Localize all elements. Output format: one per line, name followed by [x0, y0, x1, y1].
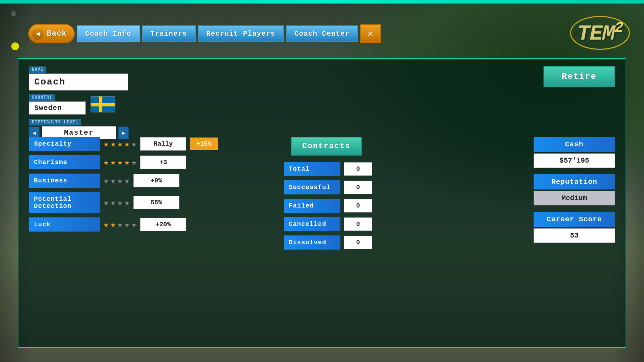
- stat-row-potential-detection: Potential Detection ★ ★ ★ ★ 55%: [29, 192, 284, 213]
- cash-label: Cash: [534, 137, 615, 152]
- potential-detection-value: 55%: [133, 196, 179, 209]
- contract-row-cancelled: Cancelled 0: [284, 217, 418, 231]
- star-3: ★: [117, 138, 123, 150]
- charisma-value: +3: [140, 156, 186, 169]
- career-score-label: Career Score: [534, 212, 615, 227]
- business-label: Business: [29, 174, 100, 188]
- tab-coach-info[interactable]: Coach Info: [77, 25, 140, 42]
- star-4: ★: [124, 197, 130, 208]
- star-5: ★: [131, 157, 137, 168]
- failed-value: 0: [344, 199, 372, 212]
- star-3: ★: [117, 157, 123, 168]
- star-5: ★: [131, 138, 137, 150]
- successful-value: 0: [344, 181, 372, 194]
- star-4: ★: [124, 175, 130, 186]
- cancelled-label: Cancelled: [284, 217, 340, 231]
- logo: TEM2: [577, 19, 623, 46]
- potential-detection-stars: ★ ★ ★ ★: [103, 197, 130, 208]
- difficulty-section: DIFFICULTY LEVEL ◀ Master ▶: [29, 119, 163, 139]
- stats-section: Specialty ★ ★ ★ ★ ★ Rally +15% Charisma …: [29, 137, 284, 236]
- main-panel: Retire NAME Coach COUNTRY Sweden DIFFICU…: [18, 58, 626, 348]
- specialty-label: Specialty: [29, 137, 100, 151]
- star-1: ★: [103, 138, 109, 150]
- star-1: ★: [103, 175, 109, 186]
- star-4: ★: [124, 157, 130, 168]
- settings-icon[interactable]: ⚙: [6, 6, 21, 21]
- country-row: COUNTRY Sweden: [29, 94, 163, 115]
- contract-row-total: Total 0: [284, 162, 418, 176]
- contract-row-dissolved: Dissolved 0: [284, 235, 418, 250]
- cash-value: $57'195: [534, 153, 615, 168]
- top-bar: [0, 0, 644, 4]
- specialty-value: Rally: [140, 137, 186, 151]
- charisma-label: Charisma: [29, 155, 100, 169]
- tab-recruit-players[interactable]: Recruit Players: [198, 25, 284, 42]
- luck-value: +20%: [140, 218, 186, 231]
- logo-ellipse: [570, 16, 630, 50]
- specialty-bonus: +15%: [190, 138, 218, 150]
- total-value: 0: [344, 162, 372, 176]
- right-panel: Cash $57'195 Reputation Medium Career Sc…: [534, 137, 615, 243]
- total-label: Total: [284, 162, 340, 176]
- failed-label: Failed: [284, 199, 340, 213]
- star-1: ★: [103, 197, 109, 208]
- back-button[interactable]: ◀ Back: [28, 24, 75, 43]
- country-label: COUNTRY: [29, 94, 55, 101]
- star-2: ★: [110, 157, 116, 168]
- star-2: ★: [110, 175, 116, 186]
- retire-button[interactable]: Retire: [544, 66, 615, 87]
- career-score-value: 53: [534, 228, 615, 243]
- star-5: ★: [131, 219, 137, 230]
- dissolved-label: Dissolved: [284, 235, 340, 250]
- contract-row-successful: Successful 0: [284, 180, 418, 194]
- star-1: ★: [103, 219, 109, 230]
- stat-row-charisma: Charisma ★ ★ ★ ★ ★ +3: [29, 155, 284, 169]
- charisma-stars: ★ ★ ★ ★ ★: [103, 157, 137, 168]
- luck-stars: ★ ★ ★ ★ ★: [103, 219, 137, 230]
- star-2: ★: [110, 197, 116, 208]
- star-3: ★: [117, 219, 123, 230]
- cancelled-value: 0: [344, 217, 372, 231]
- close-button[interactable]: ✕: [360, 24, 381, 43]
- star-3: ★: [117, 197, 123, 208]
- star-4: ★: [124, 138, 130, 150]
- business-value: +0%: [133, 174, 179, 187]
- name-label: NAME: [29, 66, 46, 73]
- tab-trainers[interactable]: Trainers: [142, 25, 196, 42]
- reputation-label: Reputation: [534, 174, 615, 189]
- stat-row-luck: Luck ★ ★ ★ ★ ★ +20%: [29, 217, 284, 232]
- contracts-section: Contracts Total 0 Successful 0 Failed 0 …: [284, 137, 418, 254]
- coach-name-field[interactable]: Coach: [29, 74, 128, 90]
- yellow-dot-indicator: [11, 42, 19, 50]
- star-4: ★: [124, 219, 130, 230]
- successful-label: Successful: [284, 180, 340, 194]
- potential-detection-label: Potential Detection: [29, 192, 100, 213]
- stat-row-specialty: Specialty ★ ★ ★ ★ ★ Rally +15%: [29, 137, 284, 151]
- country-field[interactable]: Sweden: [29, 101, 86, 115]
- star-3: ★: [117, 175, 123, 186]
- difficulty-label: DIFFICULTY LEVEL: [29, 119, 81, 125]
- tab-coach-center[interactable]: Coach Center: [286, 25, 358, 42]
- contract-row-failed: Failed 0: [284, 199, 418, 213]
- dissolved-value: 0: [344, 236, 372, 249]
- specialty-stars: ★ ★ ★ ★ ★: [103, 138, 137, 150]
- sweden-flag-icon: [91, 96, 115, 112]
- business-stars: ★ ★ ★ ★: [103, 175, 130, 186]
- star-1: ★: [103, 157, 109, 168]
- navigation-bar: ◀ Back Coach Info Trainers Recruit Playe…: [28, 24, 381, 43]
- stat-row-business: Business ★ ★ ★ ★ +0%: [29, 174, 284, 188]
- back-label: Back: [47, 29, 67, 38]
- star-2: ★: [110, 219, 116, 230]
- back-arrow-icon: ◀: [32, 28, 44, 40]
- coach-info-section: NAME Coach COUNTRY Sweden DIFFICULTY LEV…: [29, 66, 163, 139]
- star-2: ★: [110, 138, 116, 150]
- contracts-button[interactable]: Contracts: [291, 137, 362, 156]
- luck-label: Luck: [29, 217, 100, 232]
- reputation-value: Medium: [534, 191, 615, 205]
